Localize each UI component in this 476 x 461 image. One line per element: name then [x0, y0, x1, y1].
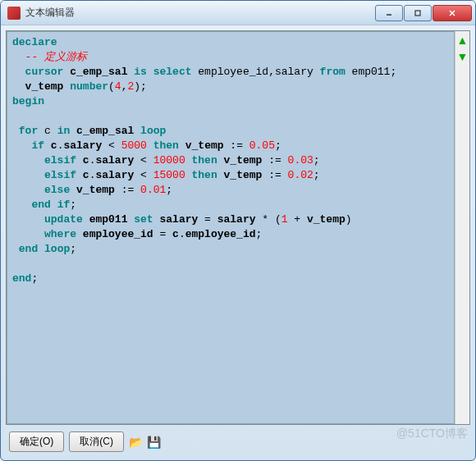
close-button[interactable]	[433, 5, 472, 21]
num: 2	[127, 80, 134, 93]
num: 0.01	[140, 184, 166, 196]
num: 1	[281, 213, 288, 226]
kw-begin: begin	[12, 95, 44, 107]
ident: v_temp	[185, 139, 224, 152]
kw-if: if	[31, 139, 44, 152]
kw-end: end	[12, 272, 31, 285]
svg-rect-1	[415, 11, 420, 16]
num: 15000	[153, 169, 185, 181]
kw-number: number	[70, 80, 108, 93]
maximize-button[interactable]	[404, 5, 432, 21]
ident: v_temp	[224, 154, 263, 167]
ident: employee_id	[198, 66, 268, 78]
num: 4	[115, 80, 121, 93]
ident: v_temp	[25, 80, 64, 93]
content-area: declare -- 定义游标 cursor c_emp_sal is sele…	[1, 25, 475, 460]
kw-elsif: elsif	[44, 169, 76, 181]
kw-then: then	[192, 154, 217, 167]
save-file-icon[interactable]: 💾	[147, 436, 160, 449]
scroll-down-icon[interactable]: ▼	[457, 51, 469, 62]
maximize-icon	[414, 9, 422, 17]
num: 0.03	[288, 154, 314, 167]
window-frame: 文本编辑器 declare -- 定义游标 cursor c_emp_sal i…	[0, 0, 476, 461]
kw-then: then	[192, 169, 217, 181]
ident: c_emp_sal	[76, 125, 134, 137]
ident: v_temp	[76, 184, 115, 196]
kw-set: set	[134, 213, 153, 226]
kw-if: if	[57, 199, 71, 211]
kw-for: for	[19, 125, 38, 137]
ident: salary	[159, 213, 198, 226]
num: 0.05	[249, 139, 275, 152]
kw-select: select	[153, 66, 192, 78]
kw-else: else	[44, 184, 70, 196]
ident: c	[44, 125, 51, 137]
ident: v_temp	[224, 169, 263, 181]
kw-declare: declare	[12, 36, 57, 48]
app-icon	[7, 7, 21, 20]
ident: c	[83, 169, 89, 181]
titlebar[interactable]: 文本编辑器	[1, 1, 475, 25]
editor-container: declare -- 定义游标 cursor c_emp_sal is sele…	[6, 30, 470, 425]
comment: -- 定义游标	[25, 51, 87, 63]
ident: salary	[275, 66, 314, 78]
num: 5000	[121, 139, 147, 152]
kw-update: update	[44, 213, 83, 226]
ok-button[interactable]: 确定(O)	[9, 431, 64, 452]
kw-in: in	[57, 125, 71, 137]
ident: emp011	[352, 66, 391, 78]
ident: c_emp_sal	[70, 66, 127, 78]
scroll-up-icon[interactable]: ▲	[457, 34, 469, 46]
kw-end: end	[19, 243, 38, 255]
ident: c	[51, 139, 57, 152]
kw-then: then	[153, 139, 179, 152]
window-title: 文本编辑器	[25, 6, 375, 20]
ident: v_temp	[307, 213, 346, 226]
code-editor[interactable]: declare -- 定义游标 cursor c_emp_sal is sele…	[7, 31, 455, 424]
scroll-column: ▲ ▼	[455, 31, 469, 424]
ident: emp011	[89, 213, 128, 226]
ident: c	[172, 228, 179, 240]
kw-from: from	[320, 66, 346, 78]
ident: employee_id	[83, 228, 153, 240]
ident: salary	[217, 213, 256, 226]
kw-where: where	[44, 228, 76, 240]
kw-loop: loop	[140, 125, 166, 137]
num: 0.02	[288, 169, 314, 181]
minimize-button[interactable]	[375, 5, 403, 21]
ident: salary	[95, 169, 134, 181]
kw-cursor: cursor	[25, 66, 64, 78]
close-icon	[448, 9, 456, 17]
ident: salary	[95, 154, 134, 167]
kw-is: is	[134, 66, 147, 78]
kw-end: end	[31, 199, 50, 211]
cancel-button[interactable]: 取消(C)	[69, 431, 124, 452]
num: 10000	[153, 154, 185, 167]
kw-elsif: elsif	[44, 154, 76, 167]
ident: salary	[63, 139, 102, 152]
kw-loop: loop	[44, 243, 70, 255]
ident: employee_id	[185, 228, 256, 240]
minimize-icon	[385, 9, 393, 17]
open-file-icon[interactable]: 📂	[129, 436, 142, 449]
window-controls	[375, 5, 472, 21]
ident: c	[83, 154, 89, 167]
bottom-toolbar: 确定(O) 取消(C) 📂 💾	[6, 425, 470, 455]
